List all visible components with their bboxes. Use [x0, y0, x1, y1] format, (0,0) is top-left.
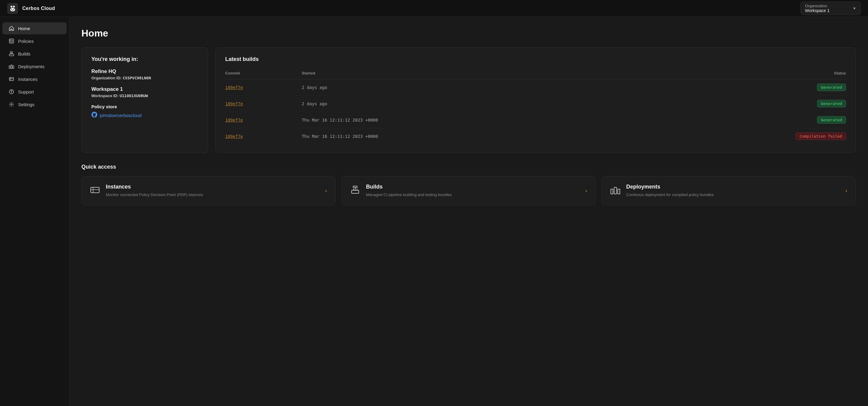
build-status: Generated — [629, 79, 846, 96]
quick-card-desc-builds: Managed CI pipeline building and testing… — [366, 192, 579, 198]
quick-card-title-deployments: Deployments — [626, 184, 839, 190]
latest-builds-card: Latest builds Commit Started Status 189e… — [215, 47, 856, 153]
topbar: Cerbos Cloud Organization Workspace 1 ▼ — [0, 0, 868, 17]
org-id-label: Organization ID: — [91, 76, 122, 80]
quick-card-arrow-deployments: › — [845, 187, 847, 194]
latest-builds-title: Latest builds — [225, 56, 846, 62]
layout: Home Policies — [0, 17, 868, 406]
commit-link[interactable]: 189ef7e — [225, 134, 243, 139]
commit-link[interactable]: 189ef7e — [225, 118, 243, 122]
app-title: Cerbos Cloud — [22, 6, 55, 11]
workspace-id-label: Workspace ID: — [91, 93, 119, 98]
quick-card-deployments[interactable]: Deployments Continous deployment for com… — [602, 176, 856, 205]
workspace-name-header: Workspace 1 — [805, 8, 829, 13]
workspace-id: Workspace ID: U11OO1XUORUW — [91, 93, 198, 98]
build-status: Generated — [629, 112, 846, 128]
svg-point-5 — [13, 9, 14, 10]
working-in-label: You're working in: — [91, 56, 198, 62]
quick-card-desc-instances: Monitor connected Policy Decision Point … — [106, 192, 319, 198]
sidebar-item-instances[interactable]: Instances — [2, 73, 67, 85]
builds-icon — [350, 185, 360, 197]
table-row: 189ef7eThu Mar 16 12:11:12 2023 +0000Com… — [225, 128, 846, 144]
svg-rect-13 — [9, 66, 10, 68]
status-badge: Generated — [817, 84, 846, 91]
working-in-card: You're working in: Refine HQ Organizatio… — [82, 47, 208, 153]
svg-rect-29 — [618, 189, 620, 194]
commit-link[interactable]: 189ef7e — [225, 85, 243, 90]
sidebar-item-home[interactable]: Home — [2, 22, 67, 34]
status-badge: Generated — [817, 116, 846, 124]
sidebar-item-settings[interactable]: Settings — [2, 98, 67, 110]
policy-store-link[interactable]: johndoe/cerboscloud — [91, 112, 198, 119]
instances-icon — [90, 185, 100, 197]
build-status: Compilation failed — [629, 128, 846, 144]
workspace-selector[interactable]: Organization Workspace 1 ▼ — [801, 1, 861, 15]
quick-access-grid: Instances Monitor connected Policy Decis… — [82, 176, 856, 205]
table-row: 189ef7eThu Mar 16 12:11:12 2023 +0000Gen… — [225, 112, 846, 128]
svg-rect-14 — [11, 65, 12, 68]
support-icon — [8, 89, 14, 95]
sidebar-item-instances-label: Instances — [18, 77, 37, 82]
policy-store-label: Policy store — [91, 104, 198, 109]
svg-rect-25 — [351, 190, 359, 193]
svg-rect-22 — [91, 187, 99, 193]
svg-point-20 — [11, 104, 12, 105]
sidebar-item-support[interactable]: Support — [2, 86, 67, 98]
workspace-name-text: Workspace 1 — [91, 86, 198, 92]
home-icon — [8, 25, 14, 31]
build-started: Thu Mar 16 12:11:12 2023 +0000 — [302, 112, 629, 128]
quick-card-builds[interactable]: Builds Managed CI pipeline building and … — [342, 176, 596, 205]
quick-card-title-builds: Builds — [366, 184, 579, 190]
quick-card-desc-deployments: Continous deployment for compiled policy… — [626, 192, 839, 198]
svg-rect-7 — [10, 40, 11, 41]
svg-rect-28 — [614, 187, 617, 194]
quick-access-title: Quick access — [82, 164, 856, 170]
sidebar-item-builds[interactable]: Builds — [2, 48, 67, 60]
policy-store-link-text: johndoe/cerboscloud — [100, 113, 142, 118]
org-id: Organization ID: CXSPVCH8LN6N — [91, 76, 198, 80]
builds-icon — [8, 51, 14, 57]
policies-icon — [8, 38, 14, 44]
builds-table: Commit Started Status 189ef7e2 days agoG… — [225, 68, 846, 144]
status-badge: Compilation failed — [796, 133, 846, 140]
build-started: 2 days ago — [302, 96, 629, 112]
workspace-org: Organization — [805, 4, 829, 8]
org-id-code: CXSPVCH8LN6N — [123, 76, 151, 80]
svg-point-2 — [13, 6, 15, 7]
table-row: 189ef7e2 days agoGenerated — [225, 96, 846, 112]
table-row: 189ef7e2 days agoGenerated — [225, 79, 846, 96]
svg-rect-11 — [9, 54, 13, 56]
sidebar-item-support-label: Support — [18, 89, 34, 94]
col-started: Started — [302, 68, 629, 79]
svg-rect-16 — [9, 78, 13, 81]
svg-rect-12 — [10, 52, 13, 53]
quick-card-arrow-instances: › — [325, 187, 327, 194]
sidebar-item-deployments[interactable]: Deployments — [2, 60, 67, 72]
svg-rect-26 — [353, 186, 357, 187]
quick-card-title-instances: Instances — [106, 184, 319, 190]
build-started: Thu Mar 16 12:11:12 2023 +0000 — [302, 128, 629, 144]
quick-access-section: Quick access Instances Monitor connected… — [82, 164, 856, 205]
build-started: 2 days ago — [302, 79, 629, 96]
sidebar-item-policies[interactable]: Policies — [2, 35, 67, 47]
workspace-id-code: U11OO1XUORUW — [120, 93, 148, 98]
svg-rect-15 — [13, 66, 14, 68]
sidebar-item-builds-label: Builds — [18, 51, 30, 56]
workspace-info: Organization Workspace 1 — [805, 4, 829, 13]
logo-icon — [7, 3, 18, 14]
chevron-down-icon: ▼ — [852, 6, 856, 10]
commit-link[interactable]: 189ef7e — [225, 102, 243, 106]
page-title: Home — [82, 28, 856, 39]
quick-card-arrow-builds: › — [585, 187, 587, 194]
build-status: Generated — [629, 96, 846, 112]
top-section: You're working in: Refine HQ Organizatio… — [82, 47, 856, 153]
github-icon — [91, 112, 97, 119]
quick-card-instances[interactable]: Instances Monitor connected Policy Decis… — [82, 176, 336, 205]
main-content: Home You're working in: Refine HQ Organi… — [69, 17, 868, 406]
deployments-icon — [8, 63, 14, 69]
instances-icon — [8, 76, 14, 82]
status-badge: Generated — [817, 100, 846, 107]
col-status: Status — [629, 68, 846, 79]
deployments-icon — [611, 185, 620, 197]
svg-rect-27 — [611, 189, 613, 194]
